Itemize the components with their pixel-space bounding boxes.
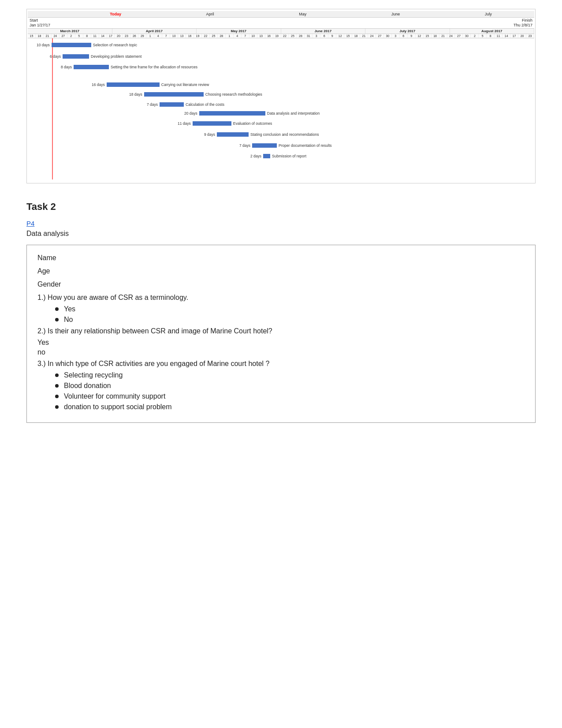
- answer-yes: Yes: [37, 339, 525, 347]
- option-volunteer: Volunteer for community support: [55, 392, 525, 400]
- question-1: 1.) How you are aware of CSR as a termin…: [37, 294, 525, 302]
- option-volunteer-label: Volunteer for community support: [64, 392, 165, 400]
- option-recycling: Selecting recycling: [55, 371, 525, 379]
- gantt-label-6: Calculation of the costs: [186, 102, 224, 107]
- gantt-days-9: 9 days: [204, 132, 215, 137]
- gantt-month-august: August 2017: [450, 29, 535, 34]
- bullet-blood-donation: [55, 384, 59, 388]
- field-name: Name: [37, 254, 525, 262]
- task2-section: Task 2 P4 Data analysis Name Age Gender …: [26, 201, 536, 423]
- gantt-days-10: 7 days: [239, 143, 250, 148]
- gantt-bar-11: [263, 154, 270, 158]
- gantt-label-4: Carrying out literature review: [161, 82, 209, 87]
- gantt-task-row-8: 11 days Evaluation of outcomes: [178, 121, 272, 126]
- bullet-volunteer: [55, 395, 59, 398]
- bullet-recycling: [55, 373, 59, 377]
- gantt-task-row-11: 2 days Submission of report: [250, 154, 306, 158]
- gantt-bar-6: [160, 102, 184, 107]
- option-no: No: [55, 316, 525, 324]
- bullet-no: [55, 318, 59, 321]
- gantt-month-july: July: [485, 12, 492, 16]
- gantt-task-row-6: 7 days Calculation of the costs: [147, 102, 224, 107]
- gantt-dates-row: 15 18 21 24 27 2 5 8 11 14 17 20 23 26 2…: [28, 34, 534, 38]
- gantt-start-date: Jan 1/27/17: [30, 23, 50, 27]
- gantt-bar-2: [63, 54, 89, 59]
- gantt-label-5: Choosing research methodologies: [205, 92, 262, 97]
- gantt-month-june2: June 2017: [281, 29, 366, 34]
- gantt-months-row: March 2017 April 2017 May 2017 June 2017…: [28, 29, 534, 34]
- gantt-month-july2: July 2017: [365, 29, 450, 34]
- gantt-bar-9: [217, 132, 249, 137]
- gantt-month-april: April: [206, 12, 214, 16]
- gantt-task-row-5: 18 days Choosing research methodologies: [129, 92, 262, 97]
- gantt-bar-7: [199, 111, 265, 116]
- question-2: 2.) Is their any relationship between CS…: [37, 327, 525, 335]
- gantt-chart: Today April May June July Start Finish J…: [26, 9, 536, 183]
- gantt-month-march: March 2017: [28, 29, 112, 34]
- answer-no: no: [37, 348, 525, 356]
- gantt-task-row-3: 8 days Setting the time frame for the al…: [61, 65, 197, 69]
- gantt-bar-10: [252, 143, 277, 148]
- gantt-label-9: Stating conclusion and recommendations: [250, 132, 319, 137]
- gantt-month-june: June: [391, 12, 400, 16]
- gantt-label-10: Proper documentation of results: [279, 143, 331, 148]
- gantt-month-may: May: [299, 12, 306, 16]
- gantt-month-may2: May 2017: [197, 29, 281, 34]
- option-donation: donation to support social problem: [55, 403, 525, 411]
- gantt-days-3: 8 days: [61, 65, 72, 69]
- gantt-finish-label: Finish: [522, 18, 532, 22]
- option-yes-label: Yes: [64, 305, 75, 313]
- gantt-task-row-4: 16 days Carrying out literature review: [92, 82, 209, 87]
- gantt-bar-8: [193, 121, 231, 126]
- gantt-task-row-7: 20 days Data analysis and interpretation: [184, 111, 320, 116]
- gantt-days-7: 20 days: [184, 111, 197, 116]
- gantt-start-label: Start: [30, 18, 38, 22]
- gantt-label-7: Data analysis and interpretation: [267, 111, 320, 116]
- gantt-bar-5: [144, 92, 204, 97]
- gantt-bar-4: [107, 82, 160, 87]
- gantt-task-row-9: 9 days Stating conclusion and recommenda…: [204, 132, 319, 137]
- task2-description: Data analysis: [26, 230, 536, 238]
- gantt-month-april2: April 2017: [112, 29, 197, 34]
- gantt-days-1: 10 days: [37, 43, 50, 47]
- task2-subtitle: P4: [26, 220, 536, 227]
- option-blood-donation-label: Blood donation: [64, 382, 111, 390]
- field-gender: Gender: [37, 280, 525, 288]
- task2-title: Task 2: [26, 201, 536, 213]
- questionnaire-box: Name Age Gender 1.) How you are aware of…: [26, 245, 536, 423]
- gantt-task-row-1: 10 days Selection of research topic: [37, 43, 137, 47]
- gantt-task-row-2: 6 days Developing problem statement: [50, 54, 141, 59]
- gantt-label-3: Setting the time frame for the allocatio…: [111, 65, 197, 69]
- bullet-donation: [55, 405, 59, 409]
- gantt-days-11: 2 days: [250, 154, 261, 158]
- gantt-today-line: [52, 38, 53, 179]
- gantt-days-4: 16 days: [92, 82, 105, 87]
- option-yes: Yes: [55, 305, 525, 313]
- option-recycling-label: Selecting recycling: [64, 371, 123, 379]
- option-donation-label: donation to support social problem: [64, 403, 172, 411]
- gantt-bar-1: [52, 43, 91, 47]
- gantt-label-1: Selection of research topic: [93, 43, 137, 47]
- option-blood-donation: Blood donation: [55, 382, 525, 390]
- gantt-days-8: 11 days: [178, 121, 191, 126]
- gantt-bar-3: [74, 65, 109, 69]
- gantt-days-2: 6 days: [50, 54, 61, 59]
- gantt-finish-date: Thu 2/8/17: [514, 23, 532, 27]
- gantt-label-11: Submission of report: [272, 154, 306, 158]
- gantt-label-8: Evaluation of outcomes: [233, 121, 272, 126]
- question-3: 3.) In which type of CSR activities are …: [37, 360, 525, 368]
- gantt-today: Today: [110, 12, 121, 16]
- gantt-days-6: 7 days: [147, 102, 158, 107]
- option-no-label: No: [64, 316, 73, 324]
- gantt-task-row-10: 7 days Proper documentation of results: [239, 143, 332, 148]
- gantt-body: 10 days Selection of research topic 6 da…: [28, 38, 534, 179]
- field-age: Age: [37, 267, 525, 275]
- gantt-label-2: Developing problem statement: [91, 54, 141, 59]
- bullet-yes: [55, 307, 59, 311]
- gantt-days-5: 18 days: [129, 92, 142, 97]
